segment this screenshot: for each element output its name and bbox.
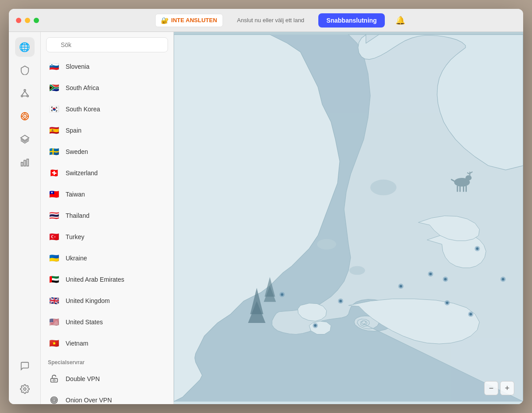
country-flag: 🇬🇧 [48,295,60,307]
country-name: Turkey [66,233,84,240]
country-flag: 🇸🇮 [48,60,60,73]
special-server-name: Onion Over VPN [66,397,112,404]
country-flag: 🇸🇪 [48,146,60,158]
titlebar-center: 🔐 INTE ANSLUTEN Anslut nu eller välj ett… [44,13,516,28]
svg-point-28 [317,239,336,250]
svg-rect-37 [457,186,458,192]
country-flag: 🇿🇦 [48,82,60,94]
svg-rect-14 [21,162,23,166]
country-name: Switzerland [66,169,98,177]
special-icon [48,373,60,385]
country-flag: 🇻🇳 [48,337,60,350]
svg-rect-19 [53,380,55,381]
svg-point-52 [446,302,449,304]
svg-point-46 [399,285,402,287]
country-name: Taiwan [66,191,85,198]
country-scroll[interactable]: 🇸🇮 Slovenia 🇿🇦 South Africa 🇰🇷 South Kor… [41,56,173,404]
status-text: Anslut nu eller välj ett land [237,17,305,24]
search-bar: 🔍 [41,32,173,56]
map-svg [174,32,523,404]
special-server-name: Double VPN [66,375,100,382]
close-button[interactable] [16,18,21,23]
svg-point-1 [21,95,23,97]
svg-rect-39 [463,186,464,192]
country-flag: 🇹🇷 [48,231,60,243]
country-flag: 🇪🇸 [48,124,60,137]
country-flag: 🇨🇭 [48,167,60,179]
quick-connect-button[interactable]: Snabbanslutning [318,13,385,28]
svg-point-54 [469,313,472,315]
sidebar-item-chat[interactable] [15,356,35,376]
sidebar-icons: 🌐 [9,32,41,404]
svg-point-21 [52,398,56,402]
traffic-lights [16,18,39,23]
sidebar-item-stats[interactable] [15,153,35,172]
country-item[interactable]: 🇬🇧 United Kingdom [41,290,173,311]
country-item[interactable]: 🇹🇷 Turkey [41,226,173,248]
sidebar-item-shield[interactable] [15,60,35,80]
country-item[interactable]: 🇪🇸 Spain [41,120,173,141]
app-window: 🔐 INTE ANSLUTEN Anslut nu eller välj ett… [9,9,523,404]
titlebar: 🔐 INTE ANSLUTEN Anslut nu eller välj ett… [9,9,523,32]
country-flag: 🇹🇭 [48,209,60,222]
svg-point-44 [339,300,342,303]
not-connected-label: INTE ANSLUTEN [171,17,217,24]
country-item[interactable]: 🇸🇪 Sweden [41,141,173,162]
svg-point-60 [502,278,505,280]
country-item[interactable]: 🇺🇦 Ukraine [41,248,173,269]
country-name: Ukraine [66,255,87,262]
special-server-item[interactable]: Double VPN [41,368,173,389]
svg-rect-16 [27,159,28,166]
country-item[interactable]: 🇿🇦 South Africa [41,77,173,98]
country-flag: 🇦🇪 [48,273,60,286]
country-flag: 🇰🇷 [48,103,60,115]
country-item[interactable]: 🇸🇮 Slovenia [41,56,173,77]
country-item[interactable]: 🇨🇭 Switzerland [41,162,173,184]
svg-line-4 [25,91,27,95]
country-name: United States [66,319,103,326]
svg-rect-40 [466,186,467,192]
svg-point-22 [53,399,55,401]
country-name: Vietnam [66,340,88,347]
special-server-item[interactable]: Onion Over VPN [41,389,173,404]
country-name: Slovenia [66,63,90,70]
sidebar-item-layers[interactable] [15,130,35,149]
country-flag: 🇺🇦 [48,252,60,264]
maximize-button[interactable] [34,18,39,23]
sidebar-item-mesh[interactable] [15,83,35,103]
country-name: South Korea [66,106,100,113]
svg-point-48 [429,273,432,275]
map-controls: − + [484,381,514,395]
special-icon [48,394,60,404]
special-servers-label: Specialservrar [41,354,173,368]
minimize-button[interactable] [25,18,30,23]
svg-point-50 [444,278,447,280]
sidebar-item-globe[interactable]: 🌐 [15,37,35,57]
country-name: Spain [66,127,82,134]
country-item[interactable]: 🇹🇼 Taiwan [41,184,173,205]
svg-point-27 [370,180,396,195]
connection-status: 🔐 INTE ANSLUTEN [155,14,223,27]
country-name: Sweden [66,148,88,155]
lock-icon: 🔐 [161,17,168,24]
country-item[interactable]: 🇰🇷 South Korea [41,98,173,120]
svg-point-58 [476,247,479,250]
svg-line-3 [22,91,24,95]
country-item[interactable]: 🇺🇸 United States [41,311,173,333]
country-flag: 🇹🇼 [48,188,60,201]
country-name: United Kingdom [66,297,110,304]
country-name: South Africa [66,84,99,91]
country-item[interactable]: 🇦🇪 United Arab Emirates [41,269,173,290]
sidebar-item-target[interactable] [15,106,35,126]
sidebar-item-settings[interactable] [15,379,35,399]
svg-point-29 [349,266,365,275]
search-input[interactable] [46,37,168,52]
svg-point-17 [23,388,26,390]
zoom-out-button[interactable]: − [484,381,498,395]
country-list: 🔍 🇸🇮 Slovenia 🇿🇦 South Africa 🇰🇷 South K… [41,32,174,404]
zoom-in-button[interactable]: + [500,381,514,395]
bell-icon[interactable]: 🔔 [395,16,405,25]
country-item[interactable]: 🇹🇭 Thailand [41,205,173,226]
svg-point-2 [27,95,28,97]
country-item[interactable]: 🇻🇳 Vietnam [41,333,173,354]
